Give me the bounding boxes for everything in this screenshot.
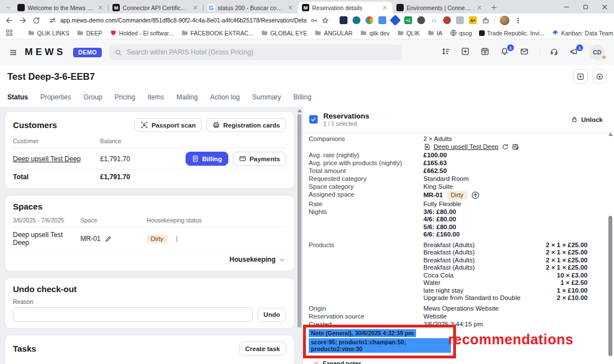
billing-button[interactable]: Billing (186, 152, 228, 166)
registration-cards-button[interactable]: Registration cards (206, 118, 286, 132)
extension-icon[interactable] (353, 16, 360, 24)
right-scrollbar-thumb[interactable] (608, 216, 612, 356)
unlock-button[interactable]: Unlock (571, 116, 603, 123)
bookmark-item[interactable]: GLOBAL EYE (261, 29, 308, 37)
extension-icon[interactable] (443, 16, 451, 24)
url-text[interactable]: app.mews-demo.com/Commander/851df8c8-90f… (60, 17, 306, 24)
customer-link[interactable]: Deep upsell Test Deep (13, 155, 81, 163)
minimize-button[interactable] (557, 0, 576, 13)
bookmark-item[interactable]: QLIK LINKS (28, 29, 69, 37)
refresh-icon[interactable] (502, 143, 509, 151)
bookmark-star-icon[interactable] (322, 17, 329, 24)
tab-group[interactable]: Group (83, 93, 102, 101)
passport-scan-button[interactable]: Passport scan (134, 118, 202, 132)
left-scrollbar-thumb[interactable] (297, 114, 301, 327)
url-field[interactable]: app.mews-demo.com/Commander/851df8c8-90f… (46, 15, 332, 26)
customers-total-row: Total £1,791.70 (13, 170, 286, 182)
help-button[interactable] (592, 69, 607, 84)
notifications-bell-icon[interactable]: 1 (500, 47, 511, 57)
apps-grid-icon[interactable] (6, 29, 13, 37)
housekeeping-toggle[interactable]: Housekeeping (13, 251, 286, 265)
kebab-menu-icon[interactable] (173, 235, 180, 243)
tab-search-chevron-icon[interactable] (2, 2, 13, 13)
bookmark-item[interactable]: QLIK (397, 29, 420, 37)
bookmark-item[interactable]: Trade Republic. Invi... (479, 30, 544, 37)
bookmark-item[interactable]: qsog (450, 29, 472, 37)
product-row: Breakfast (Adults)2 × 1 × £25.00 (423, 249, 588, 256)
reservations-checkbox[interactable] (309, 115, 318, 124)
announcements-megaphone-icon[interactable]: 1 (570, 47, 580, 57)
tab-close-icon[interactable] (286, 4, 294, 12)
extension-icon[interactable] (365, 16, 373, 24)
undo-button[interactable]: Undo (258, 308, 286, 322)
password-key-icon[interactable] (310, 17, 318, 24)
extension-icon[interactable] (456, 16, 464, 24)
bookmark-item[interactable]: ANGULAR (314, 29, 353, 37)
chrome-profile-avatar[interactable] (500, 16, 509, 25)
extension-icon[interactable] (340, 16, 347, 24)
bookmark-item[interactable]: qlik dev (360, 29, 390, 37)
browser-menu-icon[interactable] (514, 17, 522, 24)
extension-icon[interactable] (417, 16, 425, 24)
tab-close-icon[interactable] (381, 4, 389, 12)
messages-icon[interactable] (520, 47, 530, 57)
extension-icon[interactable]: ∩ (430, 16, 438, 24)
scroll-up-arrow[interactable] (608, 133, 613, 136)
upgrade-icon[interactable] (471, 191, 480, 199)
tab-action-log[interactable]: Action log (210, 93, 240, 101)
payments-button[interactable]: Payments (233, 152, 286, 166)
companion-link[interactable]: Deep upsell Test Deep (434, 143, 499, 150)
tab-summary[interactable]: Summary (252, 93, 281, 101)
extensions-puzzle-icon[interactable] (482, 17, 489, 24)
reason-input[interactable] (13, 307, 253, 322)
extension-icon[interactable] (390, 15, 401, 26)
bookmark-item[interactable]: IA (427, 29, 443, 37)
left-scrollbar[interactable] (297, 108, 302, 362)
browser-tab[interactable]: Welcome to the Mews Marketp... (13, 2, 108, 13)
browser-tab[interactable]: M Connector API Certification: Wh... (109, 2, 203, 13)
tab-billing[interactable]: Billing (294, 93, 311, 101)
bookmark-item[interactable]: DEEP (76, 29, 102, 37)
extension-icon[interactable]: A+ (469, 16, 477, 24)
create-task-button[interactable]: Create task (239, 342, 286, 356)
tab-properties[interactable]: Properties (40, 93, 71, 101)
forward-icon[interactable] (19, 16, 27, 25)
global-search[interactable] (109, 44, 401, 60)
tab-items[interactable]: Items (147, 93, 164, 101)
site-info-icon[interactable] (49, 17, 56, 24)
back-icon[interactable] (5, 16, 13, 25)
add-button[interactable] (573, 69, 588, 84)
bookmark-item[interactable]: FACEBOOK EXTRAC... (181, 29, 254, 37)
tab-pricing[interactable]: Pricing (115, 93, 136, 101)
menu-collapse-icon[interactable] (9, 48, 17, 57)
sort-icon[interactable] (441, 47, 452, 57)
tab-mailing[interactable]: Mailing (177, 93, 198, 101)
close-button[interactable] (595, 0, 614, 13)
scroll-up-arrow[interactable] (297, 109, 302, 112)
extension-icon[interactable] (378, 16, 386, 24)
registration-card-icon[interactable] (512, 143, 519, 151)
bookmark-item[interactable]: Holded - El softwar... (110, 29, 174, 37)
tab-close-icon[interactable] (96, 4, 104, 12)
browser-tab[interactable]: Environments | Connector API (392, 2, 487, 13)
browser-tab-active[interactable]: M Reservation details (298, 2, 392, 13)
bookmark-item[interactable]: Kanban: Data Team... (552, 29, 614, 37)
tab-close-icon[interactable] (191, 4, 199, 12)
reservation-panel: Reservations 1 / 1 selected Unlock Compa… (303, 107, 614, 364)
availability-calendar-icon[interactable] (481, 47, 491, 57)
maximize-button[interactable] (576, 0, 595, 13)
search-input[interactable] (127, 48, 396, 56)
extension-icon[interactable]: +1 (404, 16, 412, 24)
browser-tab[interactable]: G status 200 - Buscar con Google (204, 2, 298, 13)
right-scrollbar[interactable] (608, 131, 613, 363)
expand-notes-toggle[interactable]: Expand notes (303, 358, 614, 364)
support-headset-icon[interactable] (550, 47, 560, 57)
reload-icon[interactable] (32, 16, 40, 25)
user-avatar[interactable]: CD (589, 44, 605, 60)
tab-close-icon[interactable] (475, 4, 483, 12)
new-tab-button[interactable] (487, 2, 500, 13)
edit-pencil-icon[interactable] (105, 235, 112, 243)
tab-status[interactable]: Status (7, 93, 28, 101)
tab-favicon: M (112, 4, 120, 11)
quick-add-icon[interactable] (461, 47, 471, 57)
